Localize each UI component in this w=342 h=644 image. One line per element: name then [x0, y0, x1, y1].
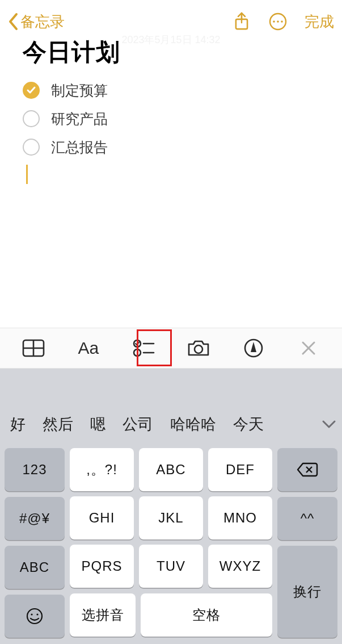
checkbox-empty-icon[interactable] — [23, 110, 40, 127]
candidate[interactable]: 嗯 — [90, 414, 105, 434]
key-def[interactable]: DEF — [208, 448, 272, 491]
checklist-item[interactable]: 研究产品 — [23, 104, 319, 133]
back-button[interactable]: 备忘录 — [8, 12, 65, 32]
key-abc2[interactable]: ABC — [139, 448, 203, 491]
key-backspace[interactable] — [277, 448, 337, 491]
done-button[interactable]: 完成 — [305, 12, 334, 32]
back-label: 备忘录 — [20, 12, 65, 32]
text-format-button[interactable]: Aa — [71, 334, 105, 362]
share-button[interactable] — [232, 12, 251, 31]
candidate[interactable]: 公司 — [123, 414, 153, 434]
checkbox-checked-icon[interactable] — [23, 82, 40, 99]
key-select-pinyin[interactable]: 选拼音 — [70, 593, 136, 637]
close-toolbar-button[interactable] — [292, 334, 326, 362]
table-button[interactable] — [16, 334, 50, 362]
candidate[interactable]: 哈哈哈 — [170, 414, 216, 434]
checkbox-empty-icon[interactable] — [23, 139, 40, 156]
key-pqrs[interactable]: PQRS — [70, 545, 134, 588]
key-tuv[interactable]: TUV — [139, 545, 203, 588]
svg-point-5 — [273, 20, 275, 23]
checklist-item[interactable]: 制定预算 — [23, 76, 319, 104]
checklist-button[interactable] — [126, 334, 161, 362]
keyboard: 好 然后 嗯 公司 哈哈哈 今天 123 #@¥ ABC — [0, 369, 342, 644]
key-face[interactable]: ^^ — [277, 497, 337, 540]
markup-button[interactable] — [237, 334, 271, 362]
candidate-strip: 好 然后 嗯 公司 哈哈哈 今天 — [0, 404, 342, 445]
expand-candidates-button[interactable] — [322, 419, 336, 429]
key-symbols[interactable]: #@¥ — [5, 497, 65, 540]
key-123[interactable]: 123 — [5, 448, 65, 491]
checklist-item-text: 研究产品 — [51, 110, 108, 128]
svg-point-7 — [281, 20, 283, 23]
key-abc[interactable]: ABC — [5, 546, 65, 589]
svg-point-21 — [36, 613, 38, 615]
key-ghi[interactable]: GHI — [70, 496, 134, 540]
candidate[interactable]: 然后 — [43, 414, 73, 434]
format-toolbar: Aa — [0, 328, 342, 369]
camera-button[interactable] — [181, 334, 216, 362]
key-jkl[interactable]: JKL — [139, 496, 203, 540]
svg-point-13 — [134, 349, 141, 356]
svg-point-6 — [277, 20, 279, 23]
candidate[interactable]: 好 — [10, 414, 26, 434]
candidate[interactable]: 今天 — [233, 414, 264, 434]
checklist: 制定预算 研究产品 汇总报告 — [23, 76, 319, 161]
key-emoji[interactable] — [5, 595, 65, 638]
svg-point-20 — [31, 613, 32, 615]
key-punct[interactable]: ,。?! — [70, 448, 134, 491]
more-button[interactable] — [268, 12, 288, 31]
key-wxyz[interactable]: WXYZ — [208, 545, 272, 588]
key-space[interactable]: 空格 — [141, 593, 272, 637]
key-mno[interactable]: MNO — [208, 496, 272, 540]
text-cursor — [26, 165, 28, 184]
svg-point-19 — [27, 609, 42, 624]
checklist-item[interactable]: 汇总报告 — [23, 133, 319, 161]
checklist-item-text: 汇总报告 — [51, 138, 108, 157]
checklist-item-text: 制定预算 — [51, 81, 108, 100]
key-return[interactable]: 换行 — [277, 546, 337, 638]
note-body[interactable]: 2023年5月15日 14:32 今日计划 制定预算 研究产品 汇总报告 — [0, 33, 342, 184]
chevron-left-icon — [8, 12, 19, 31]
svg-point-15 — [195, 345, 202, 353]
